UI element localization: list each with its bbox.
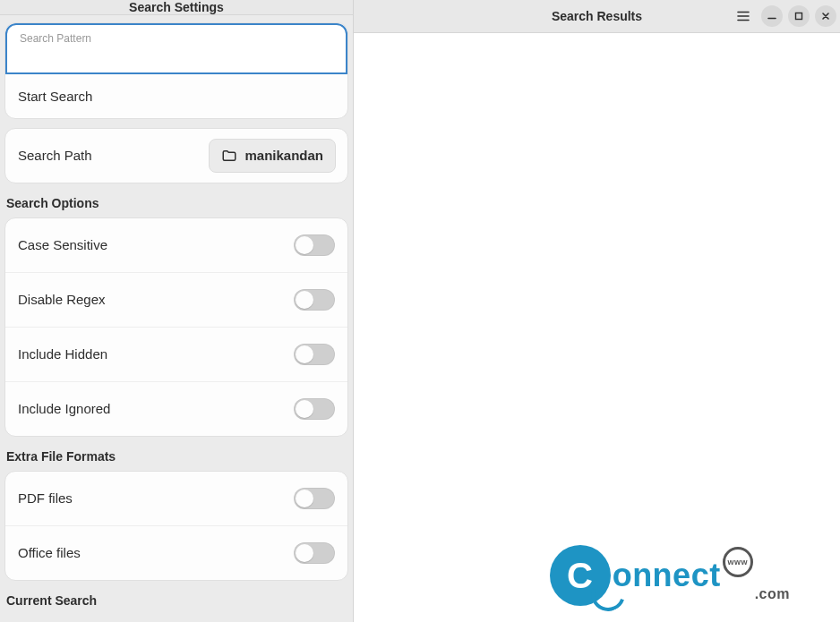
option-label: Disable Regex — [18, 292, 106, 307]
hamburger-menu-button[interactable] — [731, 4, 756, 29]
include-ignored-toggle[interactable] — [294, 398, 335, 420]
minimize-button[interactable] — [761, 5, 783, 27]
sidebar-title: Search Settings — [129, 0, 224, 14]
search-path-button[interactable]: manikandan — [209, 139, 336, 173]
sidebar-headerbar: Search Settings — [0, 0, 353, 15]
extra-formats-card: PDF files Office files — [4, 471, 348, 581]
svg-rect-0 — [796, 13, 802, 20]
option-label: Case Sensitive — [18, 237, 107, 252]
search-pattern-field[interactable]: Search Pattern — [5, 23, 347, 74]
close-button[interactable] — [815, 5, 836, 27]
globe-icon: www — [723, 547, 753, 577]
option-include-hidden: Include Hidden — [5, 327, 347, 381]
search-pattern-input[interactable] — [20, 45, 333, 63]
headerbar-controls — [731, 4, 836, 29]
results-area: C onnect www .com — [354, 33, 840, 622]
disable-regex-toggle[interactable] — [294, 289, 335, 311]
main-title: Search Results — [552, 9, 642, 23]
include-hidden-toggle[interactable] — [294, 344, 335, 365]
maximize-button[interactable] — [788, 5, 810, 27]
option-include-ignored: Include Ignored — [5, 381, 347, 436]
watermark-dotcom: .com — [755, 586, 790, 602]
watermark-text: onnect — [613, 557, 721, 594]
start-search-label: Start Search — [18, 89, 92, 104]
option-pdf-files: PDF files — [5, 472, 347, 525]
main: Search Results — [354, 0, 840, 622]
maximize-icon — [794, 12, 803, 21]
option-label: Include Ignored — [18, 401, 110, 416]
option-label: PDF files — [18, 490, 73, 506]
option-case-sensitive: Case Sensitive — [5, 218, 347, 272]
search-pattern-card: Search Pattern Start Search — [4, 22, 348, 119]
hamburger-icon — [736, 9, 750, 23]
option-office-files: Office files — [5, 525, 347, 580]
current-search-heading: Current Search — [6, 593, 348, 608]
search-pattern-label: Search Pattern — [20, 32, 333, 45]
main-headerbar: Search Results — [354, 0, 840, 33]
search-options-heading: Search Options — [6, 196, 348, 210]
search-path-label: Search Path — [18, 148, 92, 163]
watermark-logo: C onnect www .com — [550, 545, 790, 606]
minimize-icon — [767, 12, 776, 21]
sidebar-body: Search Pattern Start Search Search Path … — [0, 15, 353, 622]
sidebar: Search Settings Search Pattern Start Sea… — [0, 0, 354, 622]
pdf-files-toggle[interactable] — [294, 488, 335, 509]
start-search-button[interactable]: Start Search — [5, 74, 347, 118]
case-sensitive-toggle[interactable] — [294, 234, 335, 256]
search-options-card: Case Sensitive Disable Regex Include Hid… — [4, 217, 348, 437]
office-files-toggle[interactable] — [294, 542, 335, 564]
folder-icon — [221, 148, 237, 164]
close-icon — [821, 12, 830, 21]
option-disable-regex: Disable Regex — [5, 272, 347, 327]
extra-formats-heading: Extra File Formats — [6, 449, 348, 464]
search-path-value: manikandan — [244, 148, 323, 163]
option-label: Office files — [18, 545, 81, 560]
option-label: Include Hidden — [18, 346, 107, 362]
search-path-row: Search Path manikandan — [5, 129, 347, 183]
search-path-card: Search Path manikandan — [4, 128, 348, 183]
